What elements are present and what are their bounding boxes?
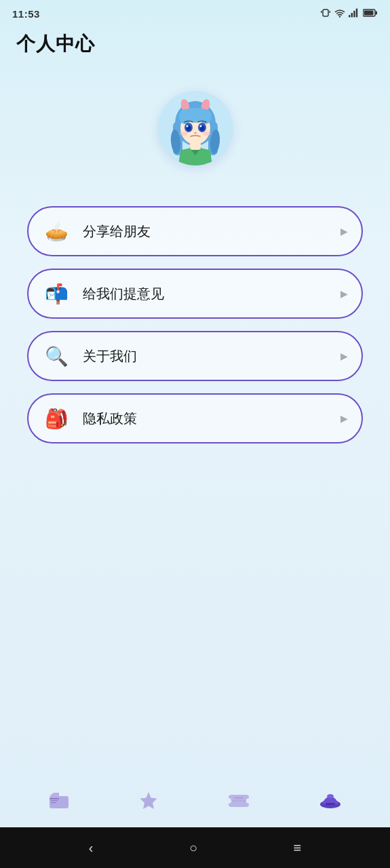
svg-point-30 xyxy=(194,132,197,134)
svg-rect-42 xyxy=(234,797,243,799)
menu-section: 🥧 分享给朋友 📬 给我们提意见 🔍 关于我们 🎒 隐私政策 xyxy=(0,206,390,443)
about-icon: 🔍 xyxy=(42,342,71,370)
home-nav-icon xyxy=(48,791,70,814)
share-icon: 🥧 xyxy=(42,217,71,245)
status-bar: 11:53 xyxy=(0,0,390,24)
svg-rect-35 xyxy=(50,798,59,800)
feedback-label: 给我们提意见 xyxy=(83,285,340,303)
svg-rect-37 xyxy=(51,802,56,803)
svg-rect-10 xyxy=(376,11,378,14)
bottom-nav xyxy=(0,778,390,827)
privacy-menu-item[interactable]: 🎒 隐私政策 xyxy=(27,393,363,443)
nav-item-ticket[interactable] xyxy=(214,787,264,818)
about-label: 关于我们 xyxy=(83,347,340,366)
svg-point-3 xyxy=(339,16,340,17)
feedback-icon: 📬 xyxy=(42,279,71,308)
svg-rect-4 xyxy=(349,15,350,17)
signal-icon xyxy=(349,8,359,20)
share-menu-item[interactable]: 🥧 分享给朋友 xyxy=(27,206,363,256)
feedback-chevron xyxy=(340,288,348,300)
privacy-label: 隐私政策 xyxy=(83,410,340,428)
feedback-menu-item[interactable]: 📬 给我们提意见 xyxy=(27,269,363,319)
svg-rect-5 xyxy=(351,13,353,17)
svg-point-32 xyxy=(203,132,211,136)
nav-item-star[interactable] xyxy=(125,786,172,819)
avatar[interactable] xyxy=(158,91,233,165)
status-time: 11:53 xyxy=(12,8,40,20)
home-button[interactable]: ○ xyxy=(189,840,197,856)
nav-item-home[interactable] xyxy=(35,787,83,818)
svg-rect-1 xyxy=(321,11,322,13)
nav-item-profile[interactable] xyxy=(305,787,355,818)
wifi-icon xyxy=(334,8,345,20)
share-label: 分享给朋友 xyxy=(83,222,340,241)
svg-point-31 xyxy=(180,132,188,136)
ticket-nav-icon xyxy=(227,791,250,814)
svg-point-29 xyxy=(199,125,201,127)
svg-rect-33 xyxy=(190,142,201,150)
battery-icon xyxy=(363,8,378,20)
star-nav-icon xyxy=(138,790,159,815)
avatar-section xyxy=(0,57,390,206)
status-icons xyxy=(320,7,378,20)
svg-rect-2 xyxy=(330,11,331,13)
svg-point-28 xyxy=(186,125,188,127)
svg-rect-45 xyxy=(326,803,335,805)
system-nav-bar: ‹ ○ ≡ xyxy=(0,827,390,868)
svg-rect-38 xyxy=(229,795,249,807)
page-title: 个人中心 xyxy=(0,24,390,57)
svg-rect-0 xyxy=(323,9,328,16)
svg-rect-7 xyxy=(356,8,357,17)
about-menu-item[interactable]: 🔍 关于我们 xyxy=(27,331,363,381)
svg-rect-9 xyxy=(364,10,374,15)
avatar-image xyxy=(158,91,233,165)
vibrate-icon xyxy=(320,7,331,20)
svg-point-44 xyxy=(327,794,334,798)
svg-rect-36 xyxy=(51,800,58,801)
back-button[interactable]: ‹ xyxy=(89,840,94,856)
privacy-icon: 🎒 xyxy=(42,404,71,433)
share-chevron xyxy=(340,225,348,237)
recents-button[interactable]: ≡ xyxy=(294,840,302,856)
svg-rect-6 xyxy=(353,10,355,17)
privacy-chevron xyxy=(340,412,348,425)
about-chevron xyxy=(340,350,348,362)
profile-nav-icon xyxy=(319,791,342,814)
